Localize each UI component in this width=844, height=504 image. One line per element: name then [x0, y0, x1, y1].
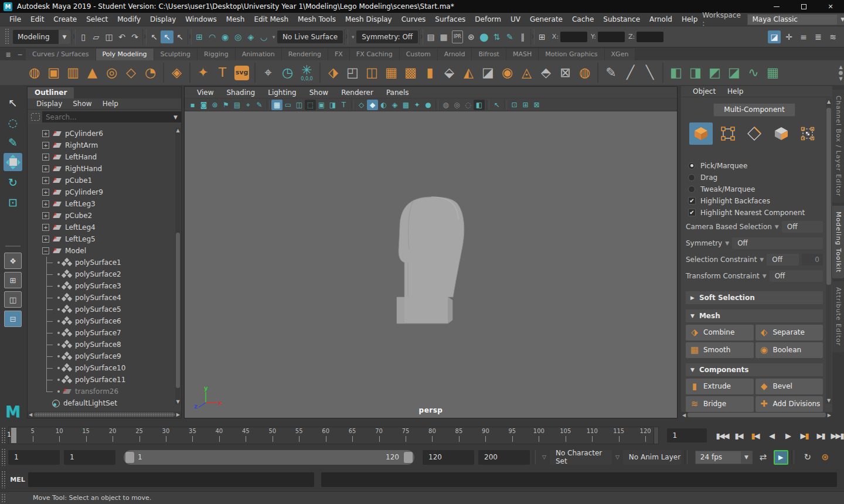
- outliner-item-polysurface10[interactable]: polySurface10: [28, 362, 181, 374]
- toggle-hypershade-icon[interactable]: ⇅: [491, 30, 503, 43]
- multisample-icon[interactable]: ◎: [451, 100, 462, 110]
- range-slider-grip[interactable]: [1, 448, 6, 466]
- safe-action-icon[interactable]: ◨: [327, 100, 338, 110]
- shelf-tab-curves-surfaces[interactable]: Curves / Surfaces: [26, 49, 96, 60]
- section-header-components[interactable]: ▼Components: [686, 363, 823, 376]
- scroll-right-icon[interactable]: ▶: [176, 412, 180, 417]
- lasso-select-tool[interactable]: ◌: [4, 113, 22, 131]
- separate-icon[interactable]: ◰: [343, 62, 362, 83]
- menu-file[interactable]: File: [5, 15, 26, 23]
- mel-input[interactable]: [28, 472, 314, 487]
- outliner-item-polysurface4[interactable]: polySurface4: [28, 292, 181, 304]
- sidebar-channel-box-icon[interactable]: ≡: [797, 30, 810, 43]
- layout-single-pane[interactable]: ❖: [4, 253, 22, 269]
- play-backwards-button[interactable]: ◀: [764, 428, 778, 442]
- menu-mesh-tools[interactable]: Mesh Tools: [293, 15, 341, 23]
- shelf-tab-motion-graphics[interactable]: Motion Graphics: [539, 49, 604, 60]
- chevron-down-icon[interactable]: ▼: [763, 273, 767, 279]
- z-coord-input[interactable]: [637, 32, 663, 42]
- outliner-item-leftleg3[interactable]: +LeftLeg3: [28, 198, 181, 210]
- stack-icon[interactable]: ⬘: [536, 62, 556, 83]
- render-settings-icon[interactable]: ⊛: [465, 30, 478, 43]
- outliner-item-pcube2[interactable]: +pCube2: [28, 210, 181, 222]
- soft-selection-header[interactable]: ▶ Soft Selection: [686, 291, 823, 304]
- uv-editor-icon[interactable]: ▦: [763, 62, 782, 83]
- snap-to-projected-center-icon[interactable]: ◎: [232, 30, 244, 43]
- quad-draw-icon[interactable]: ◧: [666, 62, 686, 83]
- zero-transforms-icon[interactable]: ✳0,0,0: [297, 62, 316, 83]
- statusline-grip[interactable]: [5, 28, 9, 45]
- menu-generate[interactable]: Generate: [525, 15, 567, 23]
- scroll-right-icon[interactable]: ▶: [828, 413, 831, 418]
- outliner-item-leftleg5[interactable]: +LeftLeg5: [28, 233, 181, 245]
- expand-icon[interactable]: +: [42, 224, 49, 231]
- bevel-button[interactable]: ◆Bevel: [755, 379, 823, 394]
- layout-outliner-persp[interactable]: ⊟: [4, 311, 22, 327]
- isolate-select-icon[interactable]: ⊡: [509, 100, 520, 110]
- multi-cut-icon[interactable]: ◨: [686, 62, 705, 83]
- outliner-menu-display[interactable]: Display: [32, 100, 66, 108]
- combine-icon[interactable]: ⬗: [324, 62, 343, 83]
- radio-drag[interactable]: [688, 174, 695, 181]
- edit-curve-icon[interactable]: ╱: [621, 62, 640, 83]
- use-all-lights-icon[interactable]: ▩: [400, 100, 411, 110]
- symmetry-dropdown-icon[interactable]: ▾: [349, 30, 356, 43]
- undo-icon[interactable]: ↶: [115, 30, 128, 43]
- character-set-field[interactable]: No Character Set: [550, 450, 612, 465]
- menu-substance[interactable]: Substance: [598, 15, 645, 23]
- rotate-tool[interactable]: ↻: [4, 173, 22, 191]
- depth-of-field-icon[interactable]: ◌: [462, 100, 474, 110]
- menu-create[interactable]: Create: [49, 15, 81, 23]
- layout-two-pane[interactable]: ◫: [4, 291, 22, 308]
- radio-pick-marquee[interactable]: [688, 162, 695, 169]
- circularize-icon[interactable]: ◉: [498, 62, 517, 83]
- outliner-item-polysurface11[interactable]: polySurface11: [28, 374, 181, 386]
- range-end-handle[interactable]: [404, 452, 413, 463]
- toolkit-hscrollbar[interactable]: ◀ ▶: [681, 412, 832, 418]
- shelf-tab-fx[interactable]: FX: [328, 49, 350, 60]
- animation-start-field[interactable]: 1: [8, 450, 60, 465]
- shelf-tab-fx-caching[interactable]: FX Caching: [350, 49, 400, 60]
- outliner-item-transform26[interactable]: transform26: [28, 386, 181, 397]
- curve-pencil-icon[interactable]: ✎: [601, 62, 621, 83]
- bookmark-icon[interactable]: ⚑: [220, 100, 232, 110]
- move-tool[interactable]: [4, 153, 22, 171]
- grid-icon[interactable]: ▦: [271, 100, 283, 110]
- isolate-add-icon[interactable]: ⊞: [520, 100, 531, 110]
- menu-set-dropdown[interactable]: Modeling ▼: [13, 30, 70, 44]
- playback-end-field[interactable]: 120: [423, 450, 474, 465]
- outliner-item-pcylinder9[interactable]: +pCylinder9: [28, 186, 181, 198]
- chevron-down-icon[interactable]: ▽: [542, 454, 546, 460]
- scroll-thumb[interactable]: [688, 413, 826, 417]
- expand-icon[interactable]: +: [42, 142, 49, 149]
- multi-diamond-icon[interactable]: ⬙: [440, 62, 459, 83]
- chevron-down-icon[interactable]: ▼: [173, 114, 178, 120]
- outliner-vscrollbar[interactable]: ▲ ▼: [175, 128, 181, 404]
- vertex-mode-button[interactable]: [716, 122, 740, 145]
- toolkit-menu-object[interactable]: Object: [688, 87, 720, 96]
- outliner-item-rightarm[interactable]: +RightArm: [28, 139, 181, 151]
- shelf-tab-rendering[interactable]: Rendering: [282, 49, 328, 60]
- go-to-end-button[interactable]: ▶▶▮: [830, 428, 844, 442]
- render-current-frame-icon[interactable]: ▦: [437, 30, 450, 43]
- exposure-icon[interactable]: ◧: [474, 100, 485, 110]
- film-gate-icon[interactable]: ▭: [283, 100, 294, 110]
- shelf-tab-xgen[interactable]: XGen: [605, 49, 636, 60]
- group-separator[interactable]: [530, 29, 535, 45]
- option-extra-field[interactable]: 0: [802, 254, 823, 265]
- fps-dropdown[interactable]: 24 fps ▼: [695, 451, 753, 464]
- scale-tool[interactable]: ⊡: [4, 193, 22, 211]
- poly-cube-icon[interactable]: ▣: [44, 62, 63, 83]
- construction-locator-icon[interactable]: ⌖: [258, 62, 278, 83]
- outliner-item-polysurface6[interactable]: polySurface6: [28, 315, 181, 327]
- outliner-item-leftleg4[interactable]: +LeftLeg4: [28, 222, 181, 233]
- step-forward-key-button[interactable]: ▶▮: [797, 428, 811, 442]
- option-value[interactable]: Off: [732, 237, 823, 249]
- menu-curves[interactable]: Curves: [397, 15, 431, 23]
- make-live-icon[interactable]: ◡: [257, 30, 270, 43]
- menu-display[interactable]: Display: [145, 15, 181, 23]
- super-shape-icon[interactable]: ✦: [193, 62, 213, 83]
- snap-to-grids-icon[interactable]: ⊞: [193, 30, 206, 43]
- group-separator[interactable]: [142, 29, 147, 45]
- outliner-item-righthand[interactable]: +RightHand: [28, 163, 181, 175]
